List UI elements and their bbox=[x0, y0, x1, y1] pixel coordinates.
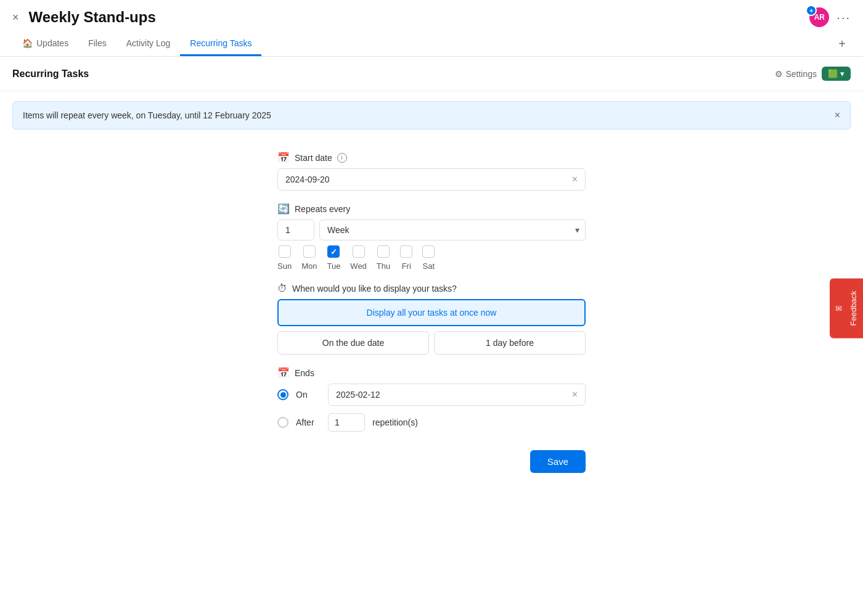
start-date-info-icon[interactable]: i bbox=[337, 153, 347, 163]
day-sat-label: Sat bbox=[423, 261, 435, 271]
day-fri-checkbox[interactable] bbox=[400, 245, 412, 258]
day-tue-checkbox[interactable] bbox=[327, 245, 340, 258]
day-wed-label: Wed bbox=[350, 261, 367, 271]
repeat-icon: 🔄 bbox=[277, 203, 290, 215]
view-icon: 🟩 bbox=[828, 69, 838, 78]
section-actions: ⚙ Settings 🟩 ▾ bbox=[775, 67, 851, 81]
day-tue-label: Tue bbox=[327, 261, 340, 271]
section-title: Recurring Tasks bbox=[12, 68, 775, 80]
save-section: Save bbox=[277, 450, 586, 473]
info-banner: Items will repeat every week, on Tuesday… bbox=[12, 101, 851, 129]
day-sat-checkbox[interactable] bbox=[422, 245, 435, 258]
tab-files[interactable]: Files bbox=[78, 32, 117, 56]
ends-after-radio[interactable] bbox=[277, 417, 288, 428]
day-thu: Thu bbox=[377, 245, 390, 271]
tab-updates[interactable]: 🏠 Updates bbox=[12, 32, 78, 56]
ends-after-row: After repetition(s) bbox=[277, 413, 586, 432]
day-wed: Wed bbox=[350, 245, 367, 271]
form-container: 📅 Start date i × 🔄 Repeats every bbox=[277, 152, 586, 473]
start-date-field: 📅 Start date i × bbox=[277, 152, 586, 191]
gear-icon: ⚙ bbox=[775, 69, 783, 79]
display-on-due-date-button[interactable]: On the due date bbox=[277, 331, 429, 355]
tabs-bar: 🏠 Updates Files Activity Log Recurring T… bbox=[0, 32, 863, 57]
day-sun-checkbox[interactable] bbox=[279, 245, 291, 258]
main-content: 📅 Start date i × 🔄 Repeats every bbox=[0, 139, 863, 485]
repeats-row: Week Day Month Year ▾ bbox=[277, 220, 586, 240]
ends-on-label: On bbox=[296, 390, 321, 400]
day-sun-label: Sun bbox=[277, 261, 292, 271]
repeat-period-select[interactable]: Week Day Month Year bbox=[319, 220, 586, 240]
avatar-group: + AR bbox=[809, 7, 829, 27]
save-button[interactable]: Save bbox=[530, 450, 586, 473]
tab-updates-label: Updates bbox=[36, 38, 68, 48]
home-icon: 🏠 bbox=[22, 38, 33, 48]
repeats-label: 🔄 Repeats every bbox=[277, 203, 586, 215]
ends-repetitions-text: repetition(s) bbox=[372, 417, 418, 427]
banner-text: Items will repeat every week, on Tuesday… bbox=[23, 110, 271, 120]
day-thu-checkbox[interactable] bbox=[377, 245, 390, 258]
day-sun: Sun bbox=[277, 245, 292, 271]
repeat-period-wrapper: Week Day Month Year ▾ bbox=[319, 220, 586, 240]
tab-activity-log[interactable]: Activity Log bbox=[117, 32, 181, 56]
tab-activity-log-label: Activity Log bbox=[126, 38, 171, 48]
feedback-button[interactable]: ✉ Feedback bbox=[830, 278, 863, 338]
tab-recurring-tasks[interactable]: Recurring Tasks bbox=[180, 32, 261, 56]
window: × Weekly Stand-ups + AR ··· 🏠 Updates Fi… bbox=[0, 0, 863, 616]
start-date-input[interactable] bbox=[285, 175, 572, 184]
settings-label: Settings bbox=[785, 69, 817, 79]
display-tasks-label: ⏱ When would you like to display your ta… bbox=[277, 283, 586, 294]
day-wed-checkbox[interactable] bbox=[353, 245, 365, 258]
ends-label: 📅 Ends bbox=[277, 367, 586, 379]
ends-after-input[interactable] bbox=[328, 413, 365, 432]
start-date-input-wrapper: × bbox=[277, 168, 586, 191]
view-button[interactable]: 🟩 ▾ bbox=[822, 67, 851, 81]
display-tasks-label-text: When would you like to display your task… bbox=[292, 284, 457, 294]
feedback-icon: ✉ bbox=[835, 303, 844, 313]
ends-on-row: On × bbox=[277, 384, 586, 406]
day-mon-label: Mon bbox=[301, 261, 317, 271]
banner-close-button[interactable]: × bbox=[835, 110, 840, 120]
feedback-label: Feedback bbox=[849, 290, 858, 326]
repeats-label-text: Repeats every bbox=[295, 204, 350, 214]
top-actions: + AR ··· bbox=[809, 7, 851, 27]
ends-on-date-wrapper: × bbox=[328, 384, 586, 406]
display-options: Display all your tasks at once now On th… bbox=[277, 299, 586, 355]
ends-field: 📅 Ends On × bbox=[277, 367, 586, 432]
ends-on-date-input[interactable] bbox=[336, 390, 572, 400]
day-fri-label: Fri bbox=[402, 261, 411, 271]
ends-options: On × After repetition(s) bbox=[277, 384, 586, 432]
display-all-now-button[interactable]: Display all your tasks at once now bbox=[277, 299, 586, 326]
day-mon: Mon bbox=[301, 245, 317, 271]
settings-button[interactable]: ⚙ Settings bbox=[775, 69, 817, 79]
tab-recurring-tasks-label: Recurring Tasks bbox=[190, 38, 252, 48]
top-bar: × Weekly Stand-ups + AR ··· bbox=[0, 0, 863, 27]
day-tue: Tue bbox=[327, 245, 340, 271]
view-arrow: ▾ bbox=[840, 69, 845, 78]
ends-on-date-clear-button[interactable]: × bbox=[572, 389, 578, 400]
calendar-icon: 📅 bbox=[277, 152, 290, 163]
repeat-number-input[interactable] bbox=[277, 220, 314, 240]
repeats-field: 🔄 Repeats every Week Day Month Year ▾ bbox=[277, 203, 586, 271]
display-tasks-field: ⏱ When would you like to display your ta… bbox=[277, 283, 586, 355]
avatar-initials: AR bbox=[814, 13, 825, 22]
day-mon-checkbox[interactable] bbox=[303, 245, 316, 258]
clock-icon: ⏱ bbox=[277, 283, 287, 294]
day-sat: Sat bbox=[422, 245, 435, 271]
display-1-day-before-button[interactable]: 1 day before bbox=[434, 331, 586, 355]
start-date-label: 📅 Start date i bbox=[277, 152, 586, 163]
ends-calendar-icon: 📅 bbox=[277, 367, 290, 379]
close-button[interactable]: × bbox=[12, 12, 19, 23]
ends-after-label: After bbox=[296, 417, 321, 427]
display-btn-row: On the due date 1 day before bbox=[277, 331, 586, 355]
more-options-button[interactable]: ··· bbox=[836, 10, 851, 25]
ends-on-radio[interactable] bbox=[277, 389, 288, 400]
tab-files-label: Files bbox=[88, 38, 107, 48]
page-title: Weekly Stand-ups bbox=[29, 9, 810, 26]
start-date-label-text: Start date bbox=[295, 153, 332, 163]
day-fri: Fri bbox=[400, 245, 412, 271]
avatar: + AR bbox=[809, 7, 829, 27]
days-row: Sun Mon Tue Wed bbox=[277, 245, 586, 271]
section-header: Recurring Tasks ⚙ Settings 🟩 ▾ bbox=[0, 57, 863, 91]
start-date-clear-button[interactable]: × bbox=[572, 174, 578, 185]
tab-add-button[interactable]: + bbox=[833, 32, 851, 56]
